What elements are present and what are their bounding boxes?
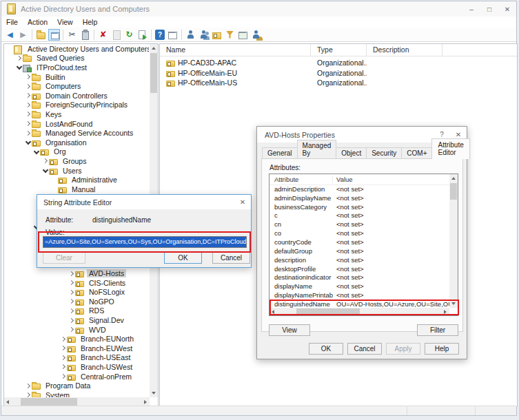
tree-item[interactable]: Central-onPrem (4, 372, 149, 381)
tree-item[interactable]: Administrative (4, 175, 149, 185)
tree-expand-chevron[interactable] (60, 335, 67, 344)
tree-item[interactable]: Branch-USEast (4, 353, 149, 363)
tree-item[interactable]: Builtin (4, 72, 149, 82)
refresh-icon[interactable]: ↻ (123, 29, 135, 41)
tree-expand-chevron[interactable] (68, 269, 75, 278)
tree-expand-chevron[interactable] (25, 72, 32, 81)
ok-button[interactable]: OK (309, 343, 343, 355)
tree-expand-chevron[interactable] (25, 101, 32, 109)
attribute-row[interactable]: cn <not set> (269, 220, 449, 229)
tree-item[interactable]: Branch-USWest (4, 362, 149, 372)
tree-expand-chevron[interactable] (16, 54, 23, 63)
filter-button[interactable]: Filter (417, 324, 458, 336)
up-one-level-icon[interactable] (35, 29, 47, 41)
tree-expand-chevron[interactable] (25, 109, 32, 118)
scroll-down-arrow[interactable] (150, 389, 158, 397)
scrollbar-thumb[interactable] (150, 53, 157, 93)
attribute-row[interactable]: displayNamePrintable <not set> (269, 291, 449, 300)
list-row[interactable]: HP-CAD3D-APAC Organizational... (160, 58, 517, 68)
properties-tab[interactable]: Attribute Editor (431, 138, 469, 159)
tree-expand-chevron[interactable] (60, 362, 67, 371)
tree-item[interactable]: Program Data (4, 381, 149, 390)
tree-item[interactable]: Active Directory Users and Computers [AD… (4, 44, 149, 54)
list-row[interactable]: HP-OfficeMain-US Organizational... (160, 78, 517, 88)
tree-item[interactable]: ITProCloud.test (4, 63, 149, 72)
back-icon[interactable]: ◀ (4, 29, 16, 41)
properties-tab[interactable]: COM+ (401, 147, 432, 159)
dialog-close-icon[interactable]: ✕ (234, 195, 251, 209)
tree-expand-chevron[interactable] (16, 63, 23, 72)
tree-item[interactable]: Org (4, 147, 149, 157)
attribute-row[interactable]: c <not set> (269, 211, 449, 220)
scroll-down-arrow[interactable] (449, 300, 458, 308)
attribute-row[interactable]: distinguishedName OU=AVD-Hosts,OU=Azure,… (269, 300, 449, 308)
tree-expand-chevron[interactable] (25, 91, 32, 100)
tree-item[interactable]: Saved Queries (4, 54, 149, 63)
tree-item[interactable]: Managed Service Accounts (4, 128, 149, 138)
scroll-left-arrow[interactable] (4, 398, 12, 406)
tree-item[interactable]: Computers (4, 81, 149, 91)
set-filter-icon[interactable] (224, 29, 236, 41)
tree-expand-chevron[interactable] (68, 288, 75, 297)
column-header-name[interactable]: Name (160, 44, 311, 56)
delegate-control-icon[interactable] (250, 29, 262, 41)
attribute-row[interactable]: co <not set> (269, 229, 449, 238)
scroll-left-arrow[interactable] (269, 308, 278, 315)
tree-item[interactable]: Users (4, 166, 149, 176)
tree-expand-chevron[interactable] (51, 176, 58, 185)
menu-item[interactable]: Action (23, 18, 52, 26)
tree-expand-chevron[interactable] (68, 297, 75, 306)
column-header-description[interactable]: Description (367, 44, 442, 56)
tree-item[interactable]: Signal.Dev (4, 315, 149, 325)
attribute-column-header[interactable]: Attribute (269, 176, 333, 183)
tree-expand-chevron[interactable] (25, 129, 32, 138)
value-input[interactable]: =Azure,OU=Site,OU=Servers,OU=Sys,OU=Orga… (43, 236, 247, 248)
view-button[interactable]: View (269, 324, 310, 336)
tree-item[interactable]: Branch-EUNorth (4, 334, 149, 344)
properties-tab[interactable]: Object (336, 147, 367, 159)
maximize-button[interactable]: □ (480, 1, 498, 17)
tree-expand-chevron[interactable] (68, 306, 75, 315)
find-window-icon[interactable] (237, 29, 249, 41)
tree-expand-chevron[interactable] (25, 119, 32, 128)
tree-expand-chevron[interactable] (25, 381, 32, 390)
scroll-up-arrow[interactable] (150, 44, 158, 52)
attribute-row[interactable]: desktopProfile <not set> (269, 264, 449, 273)
properties-tab[interactable]: General (262, 147, 298, 159)
tree-expand-chevron[interactable] (60, 353, 67, 362)
menu-item[interactable]: File (1, 18, 23, 26)
attribute-row[interactable]: businessCategory <not set> (269, 202, 449, 211)
tree-expand-chevron[interactable] (68, 325, 75, 334)
tree-expand-chevron[interactable] (68, 278, 75, 287)
tree-item[interactable]: Domain Controllers (4, 91, 149, 101)
tree-item[interactable]: Organisation (4, 138, 149, 147)
properties-tab[interactable]: Managed By (297, 140, 337, 159)
scrollbar-thumb[interactable] (21, 398, 77, 406)
tree-item[interactable]: Keys (4, 109, 149, 119)
attribute-row[interactable]: adminDescription <not set> (269, 185, 449, 193)
tree-item[interactable]: CIS-Clients (4, 278, 149, 288)
attributes-vertical-scrollbar[interactable] (449, 174, 458, 308)
new-user-icon[interactable] (185, 29, 196, 41)
value-column-header[interactable]: Value (333, 176, 458, 183)
minimize-button[interactable]: – (462, 1, 480, 17)
tree-item[interactable]: WVD (4, 325, 149, 335)
scrollbar-thumb[interactable] (450, 183, 457, 200)
properties-window-icon[interactable] (167, 29, 179, 41)
help-button[interactable]: Help (425, 343, 459, 355)
cut-icon[interactable]: ✂ (66, 29, 78, 41)
new-group-icon[interactable] (198, 29, 210, 41)
title-bar[interactable]: Active Directory Users and Computers – □… (1, 1, 516, 17)
tree-item[interactable]: RDS (4, 306, 149, 316)
tree-item[interactable]: Manual (4, 185, 149, 194)
string-editor-titlebar[interactable]: String Attribute Editor ✕ (37, 195, 251, 209)
export-list-icon[interactable] (136, 29, 148, 41)
show-hide-console-tree-icon[interactable] (48, 29, 60, 41)
help-icon[interactable]: ? (155, 30, 165, 40)
tree-item[interactable]: Groups (4, 156, 149, 166)
attribute-row[interactable]: description <not set> (269, 255, 449, 264)
properties-tab[interactable]: Security (366, 147, 402, 159)
list-row[interactable]: HP-OfficeMain-EU Organizational... (160, 68, 517, 78)
attribute-row[interactable]: adminDisplayName <not set> (269, 193, 449, 202)
scroll-right-arrow[interactable] (141, 398, 150, 406)
